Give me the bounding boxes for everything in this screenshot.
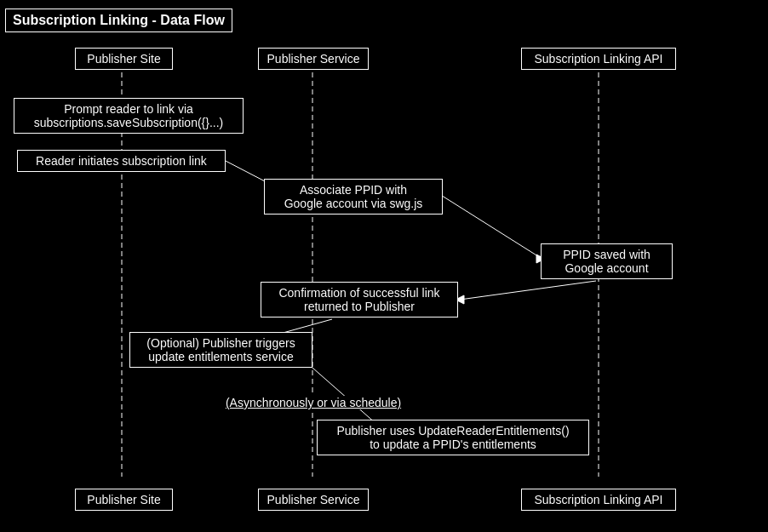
node-asynchronously: (Asynchronously or via schedule): [211, 396, 416, 409]
node-reader-initiates: Reader initiates subscription link: [17, 150, 226, 172]
node-confirmation: Confirmation of successful link returned…: [261, 282, 458, 317]
footer-publisher-site: Publisher Site: [75, 489, 173, 511]
svg-line-5: [439, 194, 541, 258]
footer-subscription-linking-api: Subscription Linking API: [521, 489, 676, 511]
node-optional-publisher: (Optional) Publisher triggers update ent…: [129, 332, 312, 368]
node-ppid-saved: PPID saved with Google account: [541, 243, 673, 279]
header-publisher-site: Publisher Site: [75, 48, 173, 70]
svg-line-7: [460, 281, 596, 300]
header-subscription-linking-api: Subscription Linking API: [521, 48, 676, 70]
header-publisher-service: Publisher Service: [258, 48, 369, 70]
footer-publisher-service: Publisher Service: [258, 489, 369, 511]
node-prompt-reader: Prompt reader to link via subscriptions.…: [14, 98, 244, 134]
node-associate-ppid: Associate PPID with Google account via s…: [264, 179, 443, 215]
diagram-container: Subscription Linking - Data Flow Publish…: [0, 0, 768, 532]
diagram-title: Subscription Linking - Data Flow: [5, 9, 232, 32]
node-publisher-uses: Publisher uses UpdateReaderEntitlements(…: [317, 420, 589, 455]
